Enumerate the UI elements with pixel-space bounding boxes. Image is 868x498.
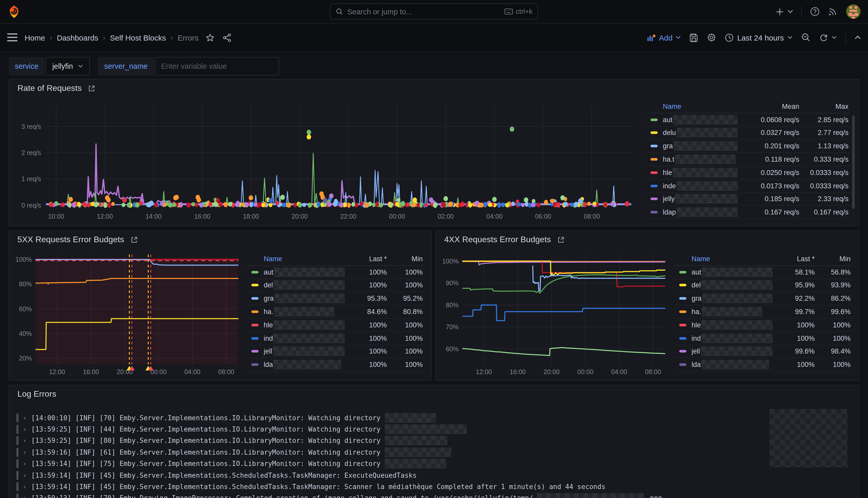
legend-header-max[interactable]: Max	[799, 103, 851, 110]
chevron-down-icon	[787, 36, 792, 39]
series-value-2: 100%	[387, 268, 425, 276]
legend-header-mean[interactable]: Mean	[738, 103, 799, 110]
legend-row[interactable]: hle0.0250 req/s0.0333 req/s	[645, 166, 851, 180]
legend-header-name[interactable]: Name	[645, 103, 738, 110]
log-line[interactable]: ›[13:59:14] [INF] [45] Emby.Server.Imple…	[16, 481, 852, 493]
panel-header[interactable]: 5XX Requests Error Budgets	[17, 235, 138, 244]
breadcrumb-folder[interactable]: Self Host Blocks	[110, 33, 166, 42]
favorite-button[interactable]	[206, 33, 214, 42]
series-value-2: 100%	[815, 321, 853, 329]
legend-row[interactable]: aut0.0608 req/s2.85 req/s	[645, 114, 851, 127]
panel-header[interactable]: 4XX Requests Error Budgets	[444, 235, 565, 244]
save-dashboard-button[interactable]	[690, 33, 698, 42]
legend-row[interactable]: ldap0.167 req/s0.167 req/s	[645, 206, 851, 219]
legend-row[interactable]: del95.9%93.9%	[674, 279, 853, 292]
expand-log-icon[interactable]: ›	[23, 471, 27, 479]
expand-log-icon[interactable]: ›	[23, 448, 27, 456]
legend-row[interactable]: aut100%100%	[246, 266, 425, 279]
legend-header-name[interactable]: Name	[674, 255, 773, 263]
legend-row[interactable]: jell100%100%	[246, 345, 425, 358]
add-new-button[interactable]	[776, 8, 793, 16]
series-value-1: 99.6%	[773, 348, 815, 355]
legend-header-name[interactable]: Name	[246, 255, 345, 263]
svg-text:0 req/s: 0 req/s	[22, 202, 41, 209]
legend-scrollbar[interactable]	[852, 116, 855, 209]
grafana-logo-icon[interactable]	[7, 5, 21, 18]
help-button[interactable]	[810, 7, 820, 16]
dashboard-settings-button[interactable]	[707, 33, 716, 42]
series-value-1: 0.0327 req/s	[738, 129, 799, 137]
legend-row[interactable]: lda100%100%	[674, 358, 853, 372]
panel-header[interactable]: Rate of Requests	[17, 84, 95, 93]
share-button[interactable]	[223, 33, 231, 42]
chevron-down-icon	[787, 10, 793, 13]
legend-row[interactable]: aut58.1%56.8%	[674, 266, 853, 279]
log-level-bar	[16, 471, 18, 480]
legend-row[interactable]: hle100%100%	[246, 319, 425, 332]
external-link-icon[interactable]	[557, 236, 565, 244]
legend-row[interactable]: del100%100%	[246, 279, 425, 292]
external-link-icon[interactable]	[130, 236, 138, 244]
legend-row[interactable]: hle100%100%	[674, 319, 853, 332]
redacted-name	[274, 267, 345, 277]
panel-header[interactable]: Log Errors	[17, 390, 56, 399]
log-line[interactable]: ›[13:59:13] [INF] [70] Emby.Drawing.Imag…	[16, 492, 852, 498]
legend-header-min[interactable]: Min	[815, 255, 853, 263]
legend-row[interactable]: lda100%100%	[246, 358, 425, 372]
legend-row[interactable]: inde0.0173 req/s0.0333 req/s	[645, 180, 851, 193]
breadcrumb-dashboards[interactable]: Dashboards	[57, 33, 98, 42]
redacted-name	[676, 194, 738, 204]
menu-toggle-button[interactable]	[7, 34, 17, 42]
series-swatch-icon	[679, 297, 686, 300]
legend-row[interactable]: gra0.201 req/s1.13 req/s	[645, 140, 851, 153]
zoom-out-button[interactable]	[801, 33, 811, 42]
time-range-picker[interactable]: Last 24 hours	[725, 33, 792, 42]
log-line[interactable]: ›[13:59:25] [INF] [80] Emby.Server.Imple…	[16, 435, 852, 447]
log-message: [14:00:10] [INF] [70] Emby.Server.Implem…	[31, 414, 380, 421]
log-line[interactable]: ›[13:59:14] [INF] [45] Emby.Server.Imple…	[16, 470, 852, 481]
legend-row[interactable]: jelly0.185 req/s2.33 req/s	[645, 193, 851, 206]
variable-value-service[interactable]: jellyfin	[46, 57, 90, 76]
series-value-2: 2.33 req/s	[799, 195, 851, 203]
news-button[interactable]	[828, 7, 838, 16]
log-line[interactable]: ›[14:00:10] [INF] [70] Emby.Server.Imple…	[16, 412, 852, 423]
legend-header-last[interactable]: Last *	[773, 255, 815, 263]
collapse-toolbar-button[interactable]	[855, 36, 861, 40]
log-line[interactable]: ›[13:59:14] [INF] [75] Emby.Server.Imple…	[16, 458, 852, 470]
legend-row[interactable]: delu0.0327 req/s2.77 req/s	[645, 127, 851, 140]
log-line[interactable]: ›[13:59:16] [INF] [61] Emby.Server.Imple…	[16, 446, 852, 458]
legend-row[interactable]: gra92.2%86.2%	[674, 292, 853, 305]
clock-icon	[725, 33, 734, 42]
legend-row[interactable]: ind100%100%	[674, 332, 853, 345]
refresh-button[interactable]	[819, 33, 837, 42]
expand-log-icon[interactable]: ›	[23, 483, 27, 490]
series-swatch-icon	[679, 364, 686, 366]
err4xx-chart[interactable]: 60%70%80%90%100%12:0016:0020:0000:0004:0…	[439, 250, 667, 379]
rate-chart[interactable]: 0 req/s1 req/s2 req/s3 req/s10:0012:0014…	[12, 101, 636, 223]
expand-log-icon[interactable]: ›	[23, 425, 27, 433]
breadcrumb-home[interactable]: Home	[25, 33, 45, 42]
search-input[interactable]: Search or jump to... ctrl+k	[330, 4, 538, 19]
legend-row[interactable]: gra95.3%95.2%	[246, 292, 425, 305]
legend-row[interactable]: ha.84.6%80.8%	[246, 305, 425, 319]
log-level-bar	[16, 425, 18, 434]
variable-input-server-name[interactable]	[155, 57, 279, 76]
legend-row[interactable]: ha.99.7%99.6%	[674, 305, 853, 319]
legend-row[interactable]: jell99.6%98.4%	[674, 345, 853, 358]
external-link-icon[interactable]	[88, 84, 95, 92]
err5xx-chart[interactable]: 20%40%60%80%100%12:0016:0020:0000:0004:0…	[12, 250, 240, 379]
legend-header-min[interactable]: Min	[387, 255, 425, 263]
legend-row[interactable]: ha.t0.118 req/s0.333 req/s	[645, 153, 851, 166]
series-swatch-icon	[651, 118, 658, 121]
add-panel-button[interactable]: Add	[647, 33, 681, 42]
avatar[interactable]	[846, 4, 861, 19]
expand-log-icon[interactable]: ›	[23, 494, 27, 498]
svg-text:60%: 60%	[446, 345, 459, 353]
series-value-1: 100%	[345, 321, 387, 329]
legend-header-last[interactable]: Last *	[345, 255, 387, 263]
expand-log-icon[interactable]: ›	[23, 437, 27, 445]
legend-row[interactable]: ind100%100%	[246, 332, 425, 345]
expand-log-icon[interactable]: ›	[23, 414, 27, 421]
log-line[interactable]: ›[13:59:25] [INF] [44] Emby.Server.Imple…	[16, 423, 852, 435]
expand-log-icon[interactable]: ›	[23, 460, 27, 468]
